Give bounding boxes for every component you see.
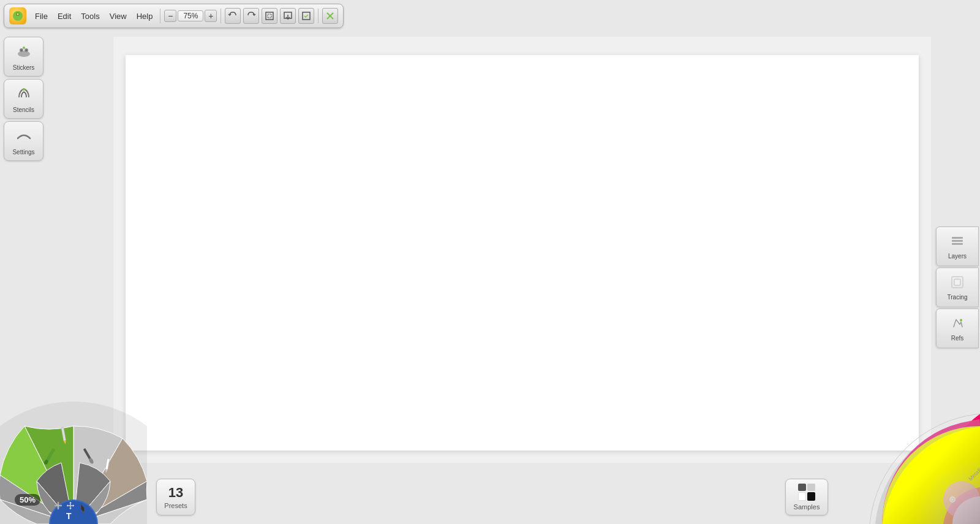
- file-menu[interactable]: File: [31, 10, 51, 23]
- refs-icon: [950, 316, 965, 332]
- stickers-icon: [15, 43, 32, 62]
- tracing-icon: [950, 275, 965, 291]
- frame-button[interactable]: [298, 8, 314, 24]
- samples-button[interactable]: Samples: [785, 479, 828, 515]
- tracing-label: Tracing: [948, 294, 968, 301]
- layers-panel-button[interactable]: Layers: [936, 226, 979, 266]
- right-sidebar: Layers Tracing Refs: [936, 226, 980, 348]
- view-menu[interactable]: View: [106, 10, 130, 23]
- settings-icon: [15, 127, 32, 147]
- tracing-panel-button[interactable]: Tracing: [936, 268, 979, 307]
- svg-rect-17: [952, 240, 963, 242]
- stickers-panel-button[interactable]: Stickers: [4, 37, 43, 77]
- canvas-area: [113, 37, 931, 463]
- settings-label: Settings: [12, 149, 34, 155]
- separator-3: [318, 9, 318, 23]
- undo-button[interactable]: [225, 8, 241, 24]
- svg-point-2: [17, 13, 19, 15]
- edit-menu[interactable]: Edit: [54, 10, 75, 23]
- toolbar: File Edit Tools View Help − 75% +: [4, 4, 344, 28]
- tools-menu[interactable]: Tools: [77, 10, 103, 23]
- left-sidebar: Stickers Stencils Settings: [4, 37, 47, 161]
- svg-rect-20: [954, 279, 960, 285]
- presets-label: Presets: [164, 502, 187, 509]
- main-canvas[interactable]: [126, 55, 919, 451]
- refs-panel-button[interactable]: Refs: [936, 309, 979, 348]
- redo-button[interactable]: [243, 8, 259, 24]
- color-wheel[interactable]: Metallic 0%: [833, 377, 980, 524]
- refs-label: Refs: [951, 335, 964, 342]
- svg-rect-18: [952, 243, 963, 245]
- svg-point-15: [23, 88, 25, 91]
- zoom-display: 50%: [15, 494, 40, 506]
- stencils-icon: [15, 85, 32, 105]
- app-icon: [9, 7, 26, 24]
- svg-rect-16: [952, 237, 963, 239]
- layers-label: Layers: [948, 253, 967, 260]
- tool-wheel: T 50%: [0, 377, 147, 524]
- zoom-value-display: 75%: [178, 10, 203, 21]
- svg-rect-4: [268, 14, 271, 18]
- samples-icon: [798, 484, 815, 501]
- svg-point-12: [21, 50, 22, 51]
- zoom-in-button[interactable]: +: [205, 10, 217, 22]
- svg-point-14: [23, 47, 25, 49]
- stickers-label: Stickers: [13, 64, 35, 71]
- separator-1: [160, 9, 160, 23]
- layers-icon: [950, 234, 965, 250]
- svg-point-21: [960, 319, 962, 321]
- presets-button[interactable]: 13 Presets: [156, 479, 195, 515]
- transform-button[interactable]: [262, 8, 277, 24]
- color-wheel-svg[interactable]: Metallic 0%: [833, 377, 980, 524]
- stencils-panel-button[interactable]: Stencils: [4, 79, 43, 119]
- close-button[interactable]: [322, 8, 338, 24]
- svg-point-9: [18, 51, 30, 57]
- export-button[interactable]: [280, 8, 296, 24]
- separator-2: [221, 9, 221, 23]
- presets-count: 13: [168, 485, 183, 501]
- settings-panel-button[interactable]: Settings: [4, 121, 43, 161]
- svg-text:T: T: [66, 511, 72, 521]
- stencils-label: Stencils: [13, 107, 34, 113]
- svg-point-13: [26, 50, 27, 51]
- zoom-control: − 75% +: [164, 10, 217, 22]
- svg-rect-3: [266, 12, 273, 20]
- help-menu[interactable]: Help: [133, 10, 157, 23]
- zoom-out-button[interactable]: −: [164, 10, 176, 22]
- samples-label: Samples: [794, 503, 820, 511]
